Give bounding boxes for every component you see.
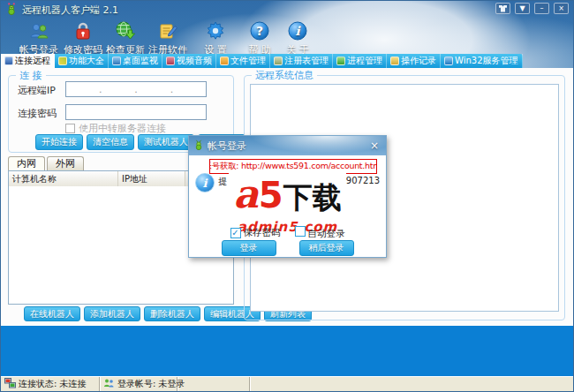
- login-dialog-body: 帐号获取: http://www.ts591.com/account.html …: [189, 155, 386, 257]
- tab-label: 进程管理: [347, 55, 382, 67]
- tab-video-audio[interactable]: 视频音频: [162, 54, 216, 68]
- tab-process-manager[interactable]: 进程管理: [333, 54, 387, 68]
- ip-octet-separator: .: [170, 84, 174, 95]
- main-tab-bar: 连接远程 功能大全 桌面监视 视频音频 文件管理 注册表管理 进程管理 操作记录…: [1, 54, 523, 68]
- tab-connect-remote[interactable]: 连接远程: [1, 54, 55, 68]
- log-icon: [390, 57, 399, 65]
- menu-dropdown-button[interactable]: ▼: [515, 3, 530, 14]
- column-header-ip-address[interactable]: IP地址: [118, 171, 185, 186]
- chevron-down-icon: ▼: [519, 5, 525, 12]
- login-dialog: 帐号登录 × 帐号获取: http://www.ts591.com/accoun…: [188, 135, 387, 258]
- minimize-button[interactable]: –: [534, 3, 549, 14]
- window-controls: ▼ – ×: [495, 3, 569, 14]
- tab-label: Win32服务管理: [455, 55, 518, 67]
- tab-functions[interactable]: 功能大全: [55, 54, 109, 68]
- gear-icon: [193, 20, 238, 43]
- tab-registry-manager[interactable]: 注册表管理: [270, 54, 333, 68]
- status-spacer: [250, 377, 573, 391]
- login-account-text: 登录帐号: 未登录: [117, 378, 185, 390]
- register-software-button[interactable]: 注册软件: [146, 20, 190, 57]
- login-dialog-title: 帐号登录: [208, 139, 246, 153]
- account-login-button[interactable]: 帐号登录: [17, 20, 61, 57]
- info-icon: i: [276, 20, 320, 43]
- checkbox-checked-icon: [230, 228, 241, 238]
- title-bar: 远程机器人客户端 2.1: [1, 1, 573, 19]
- folder-icon: [220, 57, 229, 65]
- tab-intranet[interactable]: 内网: [8, 156, 45, 170]
- monitor-icon: [112, 57, 121, 65]
- skin-button[interactable]: [495, 3, 510, 14]
- process-icon: [336, 57, 345, 65]
- login-dialog-titlebar: 帐号登录 ×: [189, 136, 386, 155]
- tab-label: 注册表管理: [284, 55, 329, 67]
- dialog-bug-icon: [193, 139, 204, 153]
- tab-file-manager[interactable]: 文件管理: [216, 54, 270, 68]
- connect-password-field[interactable]: [65, 104, 207, 120]
- connection-group-title: 连 接: [16, 69, 46, 82]
- tools-icon: [58, 57, 67, 65]
- about-button[interactable]: i 关 于: [276, 20, 320, 57]
- connect-password-label: 连接密码: [18, 107, 57, 120]
- auto-login-label: 自动登录: [308, 228, 345, 238]
- test-robot-button[interactable]: 测试机器人: [138, 134, 194, 150]
- remote-ip-field[interactable]: . . .: [65, 81, 207, 97]
- connection-status-text: 连接状态: 未连接: [19, 378, 87, 390]
- headset-icon: [166, 57, 175, 65]
- settings-button[interactable]: 设 置: [193, 20, 238, 57]
- tab-desktop-monitor[interactable]: 桌面监视: [109, 54, 162, 68]
- network-tab-bar: 内网 外网: [8, 156, 86, 170]
- close-button[interactable]: ×: [554, 3, 569, 14]
- column-header-computer-name[interactable]: 计算机名称: [9, 171, 118, 186]
- minimize-icon: –: [540, 5, 544, 12]
- tab-label: 视频音频: [177, 55, 212, 67]
- checkbox-icon: [65, 124, 75, 133]
- service-gear-icon: [444, 57, 453, 65]
- dialog-close-icon[interactable]: ×: [367, 139, 381, 152]
- add-robot-button[interactable]: 添加机器人: [84, 306, 140, 321]
- register-icon: [146, 20, 190, 43]
- remote-ip-label: 远程端IP: [18, 84, 56, 97]
- close-icon: ×: [558, 5, 564, 12]
- tab-label: 文件管理: [230, 55, 266, 67]
- app-window: 远程机器人客户端 2.1 ▼ – × 帐号登录 修改密码: [0, 0, 574, 392]
- online-robot-button[interactable]: 在线机器人: [24, 306, 80, 321]
- relay-checkbox-label: 使用中转服务器连接: [79, 123, 166, 134]
- account-people-icon: [103, 378, 115, 390]
- save-password-label: 保存密码: [244, 227, 281, 237]
- ip-octet-separator: .: [134, 84, 138, 95]
- connection-status-icon: [4, 378, 16, 390]
- footer-banner: [1, 326, 573, 378]
- login-account-status: 登录帐号: 未登录: [100, 377, 177, 391]
- login-button[interactable]: 登录: [222, 240, 276, 256]
- save-password-checkbox[interactable]: 保存密码: [230, 227, 281, 239]
- svg-text:?: ?: [256, 24, 263, 38]
- person-icon: [4, 57, 13, 65]
- auto-login-checkbox[interactable]: 自动登录: [295, 226, 345, 240]
- registry-icon: [274, 57, 283, 65]
- login-later-button[interactable]: 稍后登录: [299, 240, 354, 256]
- remote-info-group-title: 远程系统信息: [252, 69, 317, 82]
- tab-label: 桌面监视: [123, 55, 158, 67]
- ip-octet-separator: .: [99, 84, 102, 95]
- tab-win32-services[interactable]: Win32服务管理: [441, 54, 523, 68]
- window-title: 远程机器人客户端 2.1: [22, 4, 118, 17]
- connection-status: 连接状态: 未连接: [1, 377, 100, 391]
- delete-robot-button[interactable]: 删除机器人: [144, 306, 200, 321]
- globe-update-icon: [103, 20, 147, 43]
- tab-label: 功能大全: [69, 55, 104, 67]
- tab-label: 连接远程: [15, 55, 50, 67]
- lock-icon: [61, 20, 105, 43]
- check-update-button[interactable]: 检查更新: [103, 20, 147, 57]
- status-spacer: [177, 377, 250, 391]
- clear-info-button[interactable]: 清空信息: [87, 134, 134, 150]
- relay-checkbox[interactable]: 使用中转服务器连接: [65, 122, 166, 135]
- tab-operation-log[interactable]: 操作记录: [387, 54, 441, 68]
- users-icon: [17, 20, 61, 43]
- tab-label: 操作记录: [401, 55, 436, 67]
- start-connect-button[interactable]: 开始连接: [35, 134, 83, 150]
- tab-extranet[interactable]: 外网: [47, 156, 84, 170]
- change-password-button[interactable]: 修改密码: [61, 20, 105, 57]
- app-bug-icon: [5, 3, 18, 18]
- checkbox-unchecked-icon: [295, 226, 306, 237]
- status-bar: 连接状态: 未连接 登录帐号: 未登录: [1, 376, 573, 391]
